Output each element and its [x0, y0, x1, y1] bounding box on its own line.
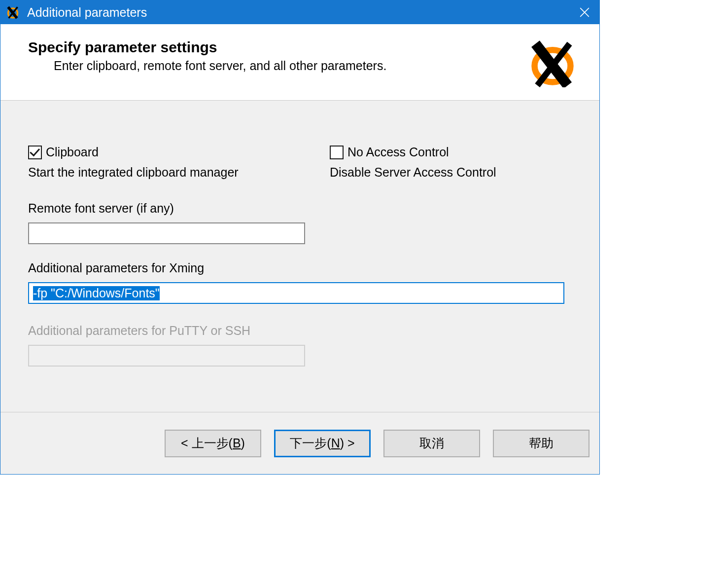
footer: < 上一步(B) 下一步(N) > 取消 帮助 — [0, 412, 599, 474]
no-access-control-label: No Access Control — [347, 145, 449, 159]
clipboard-checkbox[interactable] — [28, 146, 42, 159]
remote-font-label: Remote font server (if any) — [28, 201, 572, 216]
help-button[interactable]: 帮助 — [493, 430, 589, 457]
page-subtitle: Enter clipboard, remote font server, and… — [54, 59, 516, 73]
header: Specify parameter settings Enter clipboa… — [0, 24, 599, 101]
header-logo-icon — [525, 39, 580, 88]
xming-params-label: Additional parameters for Xming — [28, 261, 572, 275]
cancel-button[interactable]: 取消 — [383, 430, 480, 457]
close-button[interactable] — [570, 0, 599, 24]
close-icon — [579, 7, 590, 18]
no-access-control-description: Disable Server Access Control — [330, 165, 572, 180]
no-access-control-checkbox[interactable] — [330, 146, 344, 159]
dialog-window: Additional parameters Specify parameter … — [0, 0, 600, 475]
content-area: Clipboard Start the integrated clipboard… — [0, 101, 599, 412]
clipboard-label: Clipboard — [46, 145, 99, 159]
remote-font-input[interactable] — [28, 222, 305, 244]
clipboard-description: Start the integrated clipboard manager — [28, 165, 330, 180]
putty-params-input — [28, 345, 305, 367]
titlebar: Additional parameters — [0, 0, 599, 24]
putty-params-label: Additional parameters for PuTTY or SSH — [28, 324, 572, 338]
app-icon — [5, 5, 20, 20]
back-button[interactable]: < 上一步(B) — [165, 430, 261, 457]
next-button[interactable]: 下一步(N) > — [274, 430, 371, 457]
window-title: Additional parameters — [27, 5, 570, 20]
page-title: Specify parameter settings — [28, 39, 516, 56]
xming-params-input[interactable] — [28, 282, 564, 304]
